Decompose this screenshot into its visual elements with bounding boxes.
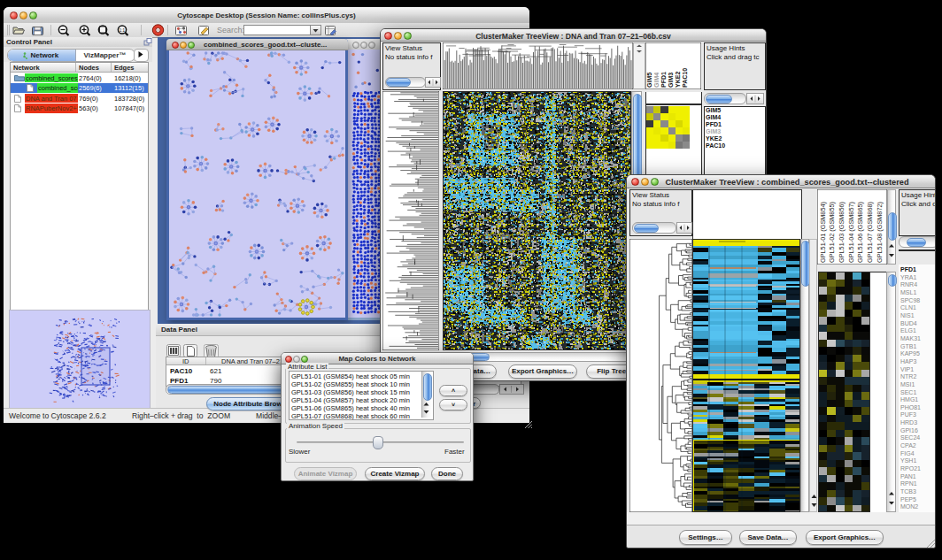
svg-text:GIM4: GIM4 bbox=[653, 73, 660, 88]
svg-text:YKE2: YKE2 bbox=[675, 72, 681, 88]
svg-text:PFD1: PFD1 bbox=[660, 72, 667, 88]
svg-text:GPL51-01 (GSM854): GPL51-01 (GSM854) bbox=[819, 202, 827, 263]
svg-text:PAC10: PAC10 bbox=[682, 68, 688, 88]
svg-text:GPL51-07 (GSM868): GPL51-07 (GSM868) bbox=[866, 202, 874, 263]
svg-text:GPL51-04 (GSM857): GPL51-04 (GSM857) bbox=[847, 202, 855, 263]
svg-text:GPL51-03 (GSM856): GPL51-03 (GSM856) bbox=[838, 202, 845, 263]
svg-text:GPL51-02 (GSM855): GPL51-02 (GSM855) bbox=[828, 202, 836, 263]
svg-text:GIM5: GIM5 bbox=[646, 73, 652, 88]
svg-text:Search:: Search: bbox=[217, 26, 244, 35]
svg-text:GPL51-08 (GSM872): GPL51-08 (GSM872) bbox=[876, 202, 884, 263]
svg-text:1:1: 1:1 bbox=[120, 28, 126, 33]
svg-text:GPL51-06 (GSM865): GPL51-06 (GSM865) bbox=[856, 202, 864, 263]
svg-text:GIM3: GIM3 bbox=[668, 73, 674, 88]
